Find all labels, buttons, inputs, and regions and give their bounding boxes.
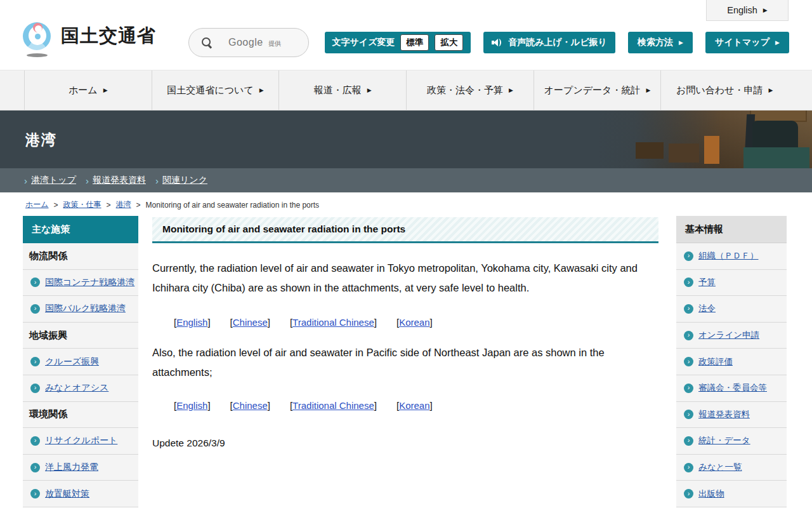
english-button[interactable]: English ▶ (706, 0, 789, 21)
attachment-link[interactable]: English (176, 317, 207, 328)
nav-item[interactable]: お問い合わせ・申請 ▶ (660, 70, 788, 110)
breadcrumb-separator: > (136, 201, 141, 210)
sidebar-item[interactable]: 予算 (698, 277, 716, 288)
attachment-link[interactable]: Korean (399, 317, 429, 328)
breadcrumb-link[interactable]: ホーム (25, 199, 49, 210)
chevron-circle-icon: › (684, 463, 693, 472)
attachment-link[interactable]: Traditional Chinese (292, 400, 374, 411)
chevron-circle-icon: › (30, 489, 40, 498)
speaker-icon (492, 37, 502, 48)
nav-item[interactable]: ホーム ▶ (24, 70, 152, 110)
sidebar-row[interactable]: › 国際コンテナ戦略港湾 (23, 270, 138, 297)
sidebar-item[interactable]: 国際バルク戦略港湾 (45, 303, 126, 314)
attachment-link-wrap: [Traditional Chinese] (290, 400, 377, 411)
subnav-anchor[interactable]: 港湾トップ (31, 175, 76, 186)
attachment-link-wrap: [Chinese] (230, 400, 270, 411)
chevron-right-icon: › (24, 175, 27, 186)
attachment-link[interactable]: English (176, 400, 207, 411)
sidebar-row: › 法令 (676, 296, 787, 323)
right-sidebar-title: 基本情報 (676, 216, 787, 243)
search-provided-by-label: 提供 (268, 40, 281, 47)
sidebar-row: › みなと一覧 (676, 455, 787, 481)
breadcrumb-link[interactable]: 政策・仕事 (63, 199, 102, 210)
chevron-circle-icon: › (684, 277, 693, 287)
nav-item[interactable]: 政策・法令・予算 ▶ (406, 70, 534, 110)
chevron-circle-icon: › (684, 304, 693, 314)
chevron-circle-icon: › (30, 357, 40, 366)
sidebar-row: › 予算 (676, 270, 787, 297)
font-size-large-button[interactable]: 拡大 (435, 34, 463, 51)
mlit-logo[interactable]: 国土交通省 (23, 21, 156, 51)
sidebar-row[interactable]: › 放置艇対策 (23, 481, 138, 507)
sidebar-row: › 物流関係 (23, 243, 138, 270)
page-title: 港湾 (25, 130, 57, 149)
paragraph-2: Also, the radiation level of air and sea… (152, 343, 658, 382)
site-header: 国土交通省 Google 提供 English ▶ 文字サイズ変更 標準 拡大 … (0, 0, 812, 70)
attachment-link[interactable]: Traditional Chinese (292, 317, 374, 328)
arrow-right-icon: ▶ (679, 39, 683, 46)
subnav-link: › 報道発表資料 (86, 175, 146, 186)
font-size-standard-button[interactable]: 標準 (400, 34, 429, 51)
section-subnav: › 港湾トップ › 報道発表資料 › 関連リンク (0, 168, 812, 192)
attachment-link[interactable]: Chinese (233, 317, 268, 328)
nav-item[interactable]: オープンデータ・統計 ▶ (534, 70, 661, 110)
attachment-link[interactable]: Korean (399, 400, 429, 411)
sidebar-row[interactable]: › クルーズ振興 (23, 349, 138, 375)
chevron-circle-icon: › (684, 489, 693, 498)
sidebar-row[interactable]: › 国際バルク戦略港湾 (23, 296, 138, 323)
sidebar-row[interactable]: › リサイクルポート (23, 428, 138, 455)
sidebar-item[interactable]: みなとオアシス (45, 382, 108, 394)
voice-reading-button[interactable]: 音声読み上げ・ルビ振り (483, 32, 615, 53)
sidebar-item[interactable]: リサイクルポート (45, 435, 117, 446)
font-size-button[interactable]: 文字サイズ変更 標準 拡大 (325, 32, 471, 53)
nav-item[interactable]: 報道・広報 ▶ (278, 70, 406, 110)
sidebar-item: 環境関係 (29, 408, 67, 420)
attachment-link[interactable]: Chinese (233, 400, 268, 411)
sidebar-item[interactable]: 国際コンテナ戦略港湾 (45, 277, 134, 288)
chevron-circle-icon: › (30, 277, 40, 287)
sitemap-button[interactable]: サイトマップ ▶ (705, 32, 789, 53)
subnav-anchor[interactable]: 関連リンク (162, 175, 207, 186)
sidebar-item[interactable]: オンライン申請 (698, 330, 759, 341)
subnav-link: › 港湾トップ (24, 175, 76, 186)
sidebar-item[interactable]: クルーズ振興 (45, 356, 99, 368)
page-banner: 港湾 (0, 110, 812, 168)
sidebar-row: › 統計・データ (676, 428, 787, 455)
sidebar-item[interactable]: 出版物 (698, 488, 724, 500)
paragraph-1: Currently, the radiation level of air an… (152, 258, 658, 298)
main-content: Monitoring of air and seawater radiation… (152, 217, 658, 449)
sidebar-item[interactable]: 統計・データ (698, 435, 750, 446)
sidebar-item[interactable]: 組織（ＰＤＦ） (698, 250, 759, 262)
search-method-button[interactable]: 検索方法 ▶ (628, 32, 693, 53)
sidebar-item[interactable]: 政策評価 (698, 356, 733, 368)
sidebar-item[interactable]: 法令 (698, 303, 716, 314)
site-search[interactable]: Google 提供 (188, 28, 309, 57)
chevron-circle-icon: › (684, 331, 693, 340)
sidebar-row: › 地域振興 (23, 323, 138, 349)
attachment-link-wrap: [English] (174, 400, 211, 411)
logo-text: 国土交通省 (61, 23, 156, 49)
chevron-circle-icon: › (684, 410, 693, 419)
global-nav: ホーム ▶ 国土交通省について ▶ 報道・広報 ▶ 政策・法令・予算 ▶ オープ… (0, 70, 812, 110)
chevron-right-icon: › (86, 175, 89, 186)
arrow-right-icon: ▶ (367, 87, 372, 93)
sidebar-item[interactable]: 洋上風力発電 (45, 462, 98, 473)
attachment-link-wrap: [Traditional Chinese] (290, 317, 377, 328)
sidebar-item[interactable]: 放置艇対策 (45, 488, 89, 500)
chevron-circle-icon: › (30, 304, 40, 314)
sidebar-row[interactable]: › 洋上風力発電 (23, 455, 138, 481)
sidebar-row: › 政策評価 (676, 349, 787, 375)
sidebar-item[interactable]: みなと一覧 (698, 462, 742, 473)
sidebar-item[interactable]: 審議会・委員会等 (698, 382, 767, 394)
breadcrumb-link[interactable]: 港湾 (116, 199, 131, 210)
nav-item[interactable]: 国土交通省について ▶ (152, 70, 279, 110)
sidebar-row[interactable]: › みなとオアシス (23, 375, 138, 402)
sidebar-row: › 出版物 (676, 481, 787, 507)
breadcrumb-separator: > (54, 201, 58, 210)
arrow-right-icon: ▶ (768, 87, 773, 93)
article-title: Monitoring of air and seawater radiation… (152, 217, 658, 243)
subnav-anchor[interactable]: 報道発表資料 (93, 175, 146, 186)
left-sidebar: 主な施策 › 物流関係 › 国際コンテナ戦略港湾 › 国際バルク戦略港湾 › 地… (23, 216, 138, 507)
sidebar-item[interactable]: 報道発表資料 (698, 409, 750, 420)
arrow-right-icon: ▶ (763, 7, 768, 13)
